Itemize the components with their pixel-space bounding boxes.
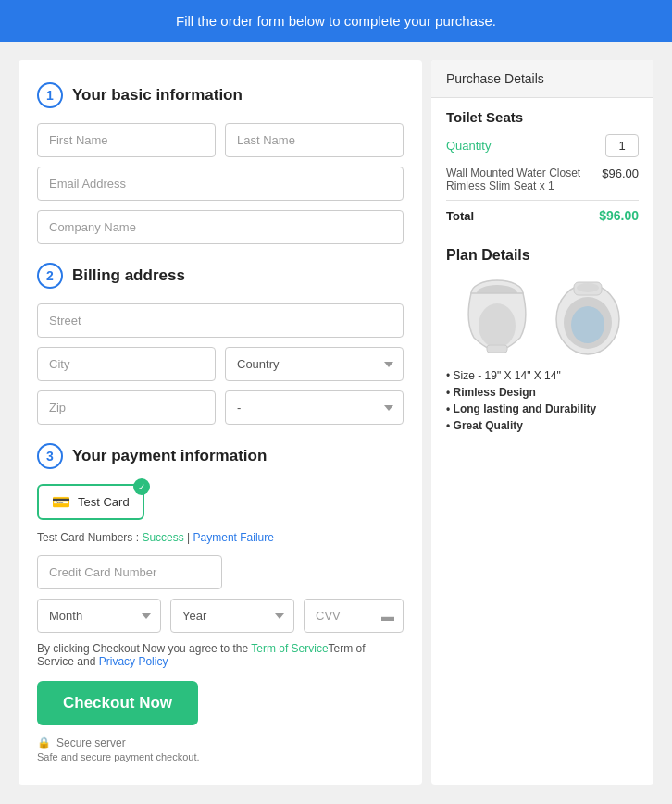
svg-point-2 — [479, 303, 516, 348]
main-content: 1 Your basic information 2 Billing addre… — [0, 42, 672, 803]
section2-header: 2 Billing address — [37, 263, 404, 289]
checkout-button[interactable]: Checkout Now — [37, 681, 198, 725]
tos-prefix: By clicking Checkout Now you agree to th… — [37, 642, 248, 655]
safe-text: Safe and secure payment checkout. — [37, 751, 404, 762]
right-panel: Purchase Details Toilet Seats Quantity 1… — [431, 60, 653, 785]
card-option[interactable]: 💳 Test Card ✓ — [37, 484, 144, 520]
tos-middle: and — [77, 655, 95, 668]
section2-number: 2 — [37, 263, 63, 289]
first-name-input[interactable] — [37, 123, 216, 157]
company-input[interactable] — [37, 210, 404, 244]
feature-quality: Great Quality — [446, 419, 639, 432]
failure-link[interactable]: Payment Failure — [193, 531, 274, 544]
left-panel: 1 Your basic information 2 Billing addre… — [19, 60, 422, 785]
check-badge: ✓ — [133, 478, 150, 495]
city-input[interactable] — [37, 347, 216, 381]
total-price: $96.00 — [599, 208, 639, 223]
street-row — [37, 303, 404, 338]
cvv-wrap: ▬ — [304, 599, 404, 633]
feature-size: Size - 19" X 14" X 14" — [446, 369, 639, 382]
banner-text: Fill the order form below to complete yo… — [176, 13, 496, 29]
tos-link[interactable]: Term of Service — [251, 642, 328, 655]
privacy-link[interactable]: Privacy Policy — [99, 655, 168, 668]
card-label: Test Card — [78, 495, 130, 509]
email-input[interactable] — [37, 167, 404, 201]
test-card-numbers: Test Card Numbers : Success | Payment Fa… — [37, 531, 404, 544]
svg-rect-3 — [487, 345, 507, 353]
month-select[interactable]: Month — [37, 599, 161, 633]
name-row — [37, 123, 404, 157]
quantity-label: Quantity — [446, 139, 491, 153]
secure-label: Secure server — [56, 736, 126, 749]
purchase-body: Toilet Seats Quantity 1 Wall Mounted Wat… — [431, 98, 653, 234]
success-link[interactable]: Success — [142, 531, 183, 544]
svg-point-8 — [577, 283, 599, 292]
toilet-top-view — [546, 275, 629, 358]
credit-card-icon: 💳 — [52, 493, 70, 511]
email-row — [37, 167, 404, 201]
test-numbers-prefix: Test Card Numbers : — [37, 531, 139, 544]
zip-input[interactable] — [37, 390, 216, 425]
plan-details-section: Plan Details — [431, 234, 653, 449]
feature-durability: Long lasting and Durability — [446, 402, 639, 415]
last-name-input[interactable] — [225, 123, 404, 157]
cc-number-input[interactable] — [37, 555, 222, 589]
company-row — [37, 210, 404, 244]
cc-number-row — [37, 555, 404, 589]
secure-row: 🔒 Secure server — [37, 736, 404, 749]
section3-header: 3 Your payment information — [37, 443, 404, 469]
plan-details-title: Plan Details — [446, 247, 639, 264]
city-country-row: Country — [37, 347, 404, 381]
section2-title: Billing address — [72, 266, 185, 285]
street-input[interactable] — [37, 303, 404, 338]
plan-features: Size - 19" X 14" X 14" Rimless Design Lo… — [446, 369, 639, 432]
top-banner: Fill the order form below to complete yo… — [0, 0, 672, 42]
section3-number: 3 — [37, 443, 63, 469]
toilet-side-view — [455, 275, 539, 358]
country-select[interactable]: Country — [225, 347, 404, 381]
zip-state-row: - — [37, 390, 404, 425]
section1-header: 1 Your basic information — [37, 82, 404, 108]
total-label: Total — [446, 209, 474, 223]
purchase-details-header: Purchase Details — [431, 60, 653, 98]
expiry-cvv-row: Month Year ▬ — [37, 599, 404, 633]
lock-icon: 🔒 — [37, 736, 51, 749]
feature-rimless: Rimless Design — [446, 386, 639, 399]
total-row: Total $96.00 — [446, 208, 639, 223]
product-description: Wall Mounted Water Closet Rimless Slim S… — [446, 167, 602, 192]
product-price: $96.00 — [602, 167, 639, 180]
toilet-images — [446, 275, 639, 358]
product-desc-row: Wall Mounted Water Closet Rimless Slim S… — [446, 167, 639, 192]
tos-text: By clicking Checkout Now you agree to th… — [37, 642, 404, 668]
quantity-value: 1 — [605, 134, 639, 157]
svg-point-6 — [571, 306, 604, 343]
state-select[interactable]: - — [225, 390, 404, 425]
product-name: Toilet Seats — [446, 109, 639, 125]
divider — [446, 200, 639, 201]
section1-number: 1 — [37, 82, 63, 108]
section1-title: Your basic information — [72, 86, 243, 105]
quantity-row: Quantity 1 — [446, 134, 639, 157]
section3-title: Your payment information — [72, 447, 267, 465]
cvv-card-icon: ▬ — [381, 609, 394, 624]
year-select[interactable]: Year — [170, 599, 294, 633]
separator: | — [187, 531, 190, 544]
